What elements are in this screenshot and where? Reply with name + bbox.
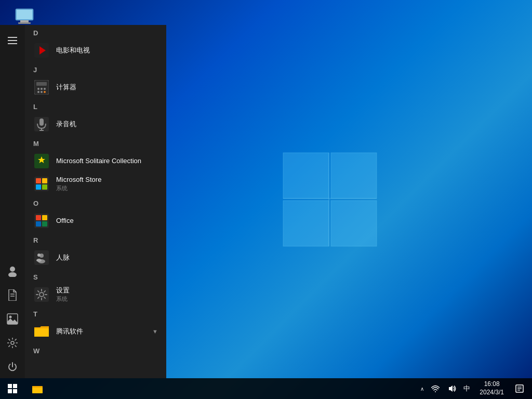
svg-rect-24	[36, 82, 47, 86]
svg-rect-1	[331, 153, 377, 198]
svg-point-26	[41, 88, 43, 90]
svg-rect-54	[8, 384, 12, 388]
svg-rect-3	[331, 201, 377, 246]
desktop: 此电脑	[0, 0, 532, 399]
app-text-contacts: 人脉	[56, 254, 70, 262]
app-item-recorder[interactable]: 录音机	[25, 113, 166, 136]
network-icon	[431, 385, 440, 392]
app-text-solitaire: Microsoft Solitaire Collection	[56, 157, 141, 165]
clock-date: 2024/3/1	[480, 389, 504, 397]
app-subtitle-store: 系统	[56, 184, 101, 192]
system-tray: ∧ 中 16	[418, 378, 532, 399]
app-text-store: Microsoft Store系统	[56, 176, 101, 192]
svg-point-30	[44, 91, 46, 93]
power-icon	[7, 362, 18, 372]
app-name-contacts: 人脉	[56, 254, 70, 262]
svg-rect-45	[42, 221, 47, 227]
app-text-tencent: 腾讯软件	[56, 327, 83, 336]
section-letter-D: D	[25, 25, 166, 39]
app-arrow-tencent: ▼	[152, 328, 158, 335]
language-indicator[interactable]: 中	[461, 384, 472, 393]
section-letter-S: S	[25, 269, 166, 283]
svg-rect-11	[8, 37, 17, 38]
app-name-office: Office	[56, 217, 74, 225]
this-pc-icon	[14, 8, 35, 26]
hamburger-icon	[8, 37, 17, 44]
app-name-movie: 电影和电视	[56, 46, 90, 55]
svg-rect-59	[32, 388, 43, 393]
app-item-office[interactable]: Office	[25, 209, 166, 232]
svg-point-50	[36, 259, 42, 262]
svg-rect-2	[283, 201, 329, 246]
app-icon-solitaire	[33, 153, 50, 169]
app-text-recorder: 录音机	[56, 120, 76, 128]
app-item-store[interactable]: Microsoft Store系统	[25, 172, 166, 195]
app-name-calc: 计算器	[56, 83, 76, 91]
app-item-calc[interactable]: 计算器	[25, 76, 166, 99]
app-item-settings[interactable]: 设置系统	[25, 283, 166, 306]
app-icon-recorder	[33, 116, 50, 132]
svg-point-27	[44, 88, 46, 90]
svg-rect-37	[36, 178, 41, 183]
settings-icon-sidebar	[7, 338, 18, 348]
start-button-icon	[8, 384, 17, 393]
svg-rect-32	[39, 118, 44, 126]
photos-button[interactable]	[0, 308, 25, 330]
svg-rect-0	[283, 153, 329, 198]
start-menu: D电影和电视J计算器L录音机MMicrosoft Solitaire Colle…	[0, 25, 166, 378]
svg-rect-44	[36, 221, 41, 227]
app-icon-store	[33, 176, 50, 192]
svg-rect-12	[8, 40, 17, 41]
svg-rect-8	[20, 20, 29, 22]
user-icon	[7, 265, 18, 277]
svg-rect-56	[8, 389, 12, 393]
taskbar-file-explorer[interactable]	[25, 378, 50, 399]
svg-point-19	[9, 316, 12, 318]
svg-rect-10	[17, 10, 32, 19]
svg-rect-9	[18, 22, 31, 24]
svg-point-28	[37, 91, 39, 93]
start-menu-sidebar	[0, 25, 25, 378]
document-icon	[8, 289, 17, 301]
clock-area[interactable]: 16:08 2024/3/1	[474, 378, 509, 399]
app-text-settings: 设置系统	[56, 286, 70, 303]
section-letter-R: R	[25, 232, 166, 246]
app-text-office: Office	[56, 217, 74, 225]
svg-point-14	[10, 267, 15, 272]
documents-button[interactable]	[0, 284, 25, 307]
hamburger-menu-button[interactable]	[0, 29, 25, 52]
app-name-solitaire: Microsoft Solitaire Collection	[56, 157, 141, 165]
app-item-movie[interactable]: 电影和电视	[25, 39, 166, 62]
svg-point-15	[8, 272, 17, 277]
app-subtitle-settings: 系统	[56, 295, 70, 303]
notification-button[interactable]	[511, 378, 528, 399]
volume-tray-icon[interactable]	[445, 378, 459, 399]
volume-icon	[448, 385, 456, 392]
windows-logo-desktop	[278, 148, 382, 251]
section-letter-M: M	[25, 136, 166, 150]
clock-time: 16:08	[484, 380, 500, 389]
svg-rect-38	[42, 178, 47, 183]
app-item-tencent[interactable]: 腾讯软件▼	[25, 320, 166, 343]
taskbar: ∧ 中 16	[0, 378, 532, 399]
start-button[interactable]	[0, 378, 25, 399]
svg-rect-42	[36, 215, 41, 220]
photos-icon	[7, 313, 18, 325]
user-profile-button[interactable]	[0, 260, 25, 283]
app-item-contacts[interactable]: 人脉	[25, 246, 166, 269]
section-letter-J: J	[25, 62, 166, 76]
svg-rect-55	[13, 384, 17, 388]
app-name-tencent: 腾讯软件	[56, 327, 83, 336]
app-name-recorder: 录音机	[56, 120, 76, 128]
svg-rect-13	[8, 43, 17, 44]
app-name-settings: 设置	[56, 286, 70, 295]
power-button[interactable]	[0, 355, 25, 378]
svg-point-20	[11, 341, 14, 344]
app-icon-tencent	[33, 323, 50, 340]
svg-rect-40	[42, 184, 47, 190]
app-item-solitaire[interactable]: Microsoft Solitaire Collection	[25, 150, 166, 172]
sidebar-settings-button[interactable]	[0, 331, 25, 354]
network-tray-icon[interactable]	[428, 378, 443, 399]
notification-icon	[515, 384, 524, 393]
tray-show-hidden-button[interactable]: ∧	[418, 386, 426, 392]
